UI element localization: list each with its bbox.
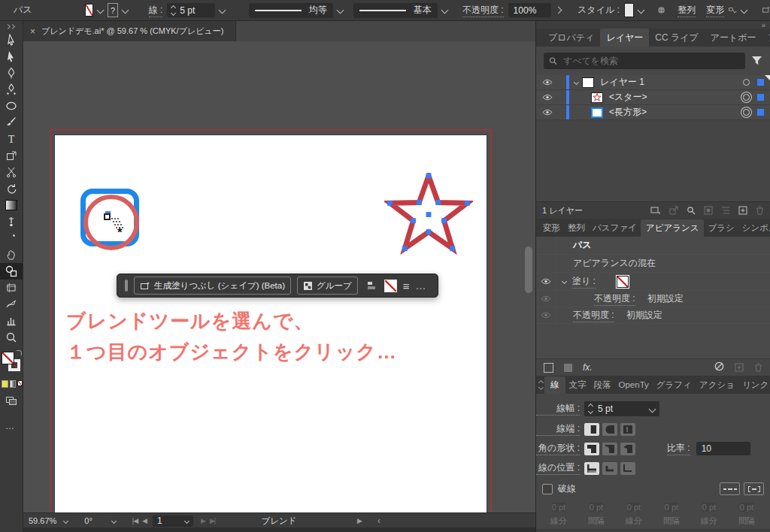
tab-actions[interactable]: アクショ: [696, 376, 738, 394]
tab-artboards[interactable]: アートボー: [705, 29, 762, 47]
expand-chevron-icon[interactable]: [574, 80, 579, 85]
transform-label[interactable]: 変形: [706, 4, 724, 17]
object-thumbnail[interactable]: [591, 92, 603, 103]
butt-cap-button[interactable]: [584, 423, 599, 436]
stepper-down-icon[interactable]: [171, 10, 176, 15]
appearance-row-opacity[interactable]: 不透明度 : 初期設定: [536, 307, 770, 324]
stroke-weight-input[interactable]: 5 pt: [167, 3, 214, 17]
tab-character[interactable]: 文字: [565, 376, 590, 394]
stroke-color-swatch[interactable]: ?: [108, 3, 117, 17]
align-label[interactable]: 整列: [678, 4, 696, 17]
miter-limit-label[interactable]: 比率 :: [667, 442, 690, 455]
tab-appearance[interactable]: アピアランス: [641, 219, 705, 237]
opacity-row-label[interactable]: 不透明度 :: [573, 309, 614, 322]
cap-label[interactable]: 線端 :: [536, 422, 580, 436]
fill-indicator-swatch[interactable]: [2, 352, 14, 364]
target-circle-icon[interactable]: [743, 79, 750, 86]
hand-tool[interactable]: [0, 246, 23, 263]
gradient-button[interactable]: [10, 380, 17, 388]
canvas-vertical-scrollbar[interactable]: [525, 246, 532, 293]
align-stroke-label[interactable]: 線の位置 :: [536, 461, 580, 475]
tab-symbols[interactable]: シンボル: [738, 219, 770, 237]
gap-field[interactable]: 0 pt間隔: [655, 500, 688, 527]
visibility-eye-icon[interactable]: [542, 109, 553, 116]
select-similar-icon[interactable]: [729, 5, 737, 16]
stroke-width-chevron-down-icon[interactable]: [649, 405, 656, 413]
search-input[interactable]: [562, 55, 740, 67]
opacity-input[interactable]: 100%: [508, 3, 551, 17]
layer-name[interactable]: レイヤー 1: [600, 76, 644, 89]
dash-field[interactable]: 0 pt線分: [542, 500, 575, 527]
dash-field[interactable]: 0 pt線分: [693, 500, 726, 527]
add-effect-icon[interactable]: fx.: [583, 362, 593, 373]
stepper-down-icon[interactable]: [588, 409, 593, 414]
selected-art-indicator[interactable]: [757, 79, 764, 86]
stroke-weight-label[interactable]: 線 :: [149, 4, 163, 17]
appearance-row-fill[interactable]: 塗り :: [536, 273, 770, 291]
align-inside-button[interactable]: [602, 462, 617, 475]
panel-cycle-icon[interactable]: [539, 381, 543, 389]
task-bar-drag-handle[interactable]: [125, 280, 128, 292]
width-tool[interactable]: [0, 213, 23, 230]
layer-thumbnail[interactable]: [582, 77, 594, 88]
more-tools-icon[interactable]: …: [0, 421, 23, 431]
stroke-weight-chevron-down-icon[interactable]: [218, 7, 226, 14]
duplicate-item-icon[interactable]: [735, 363, 744, 372]
gap-field[interactable]: 0 pt間隔: [580, 500, 613, 527]
projecting-cap-button[interactable]: [620, 423, 635, 436]
bevel-join-button[interactable]: [620, 443, 635, 455]
delete-item-icon[interactable]: [754, 363, 762, 372]
target-circle-icon[interactable]: [743, 94, 750, 101]
opacity-row-value[interactable]: 初期設定: [647, 292, 684, 305]
brush-chevron-down-icon[interactable]: [441, 7, 448, 14]
dashed-line-checkbox[interactable]: [542, 484, 553, 494]
close-tab-icon[interactable]: ×: [30, 26, 35, 37]
fill-color-chevron-down-icon[interactable]: [97, 7, 105, 14]
swap-fill-stroke-icon[interactable]: [17, 350, 22, 355]
tab-cc-libraries[interactable]: CC ライブ: [649, 29, 705, 47]
align-outside-button[interactable]: [620, 462, 635, 475]
dashed-line-label[interactable]: 破線: [558, 482, 576, 495]
brush-definition-select[interactable]: 基本: [353, 3, 438, 18]
zoom-tool[interactable]: [0, 329, 23, 346]
object-name[interactable]: <長方形>: [609, 106, 647, 119]
color-button[interactable]: [2, 380, 8, 388]
selected-art-indicator[interactable]: [757, 94, 764, 101]
tab-transform[interactable]: 変形: [539, 219, 564, 237]
fill-row-label[interactable]: 塗り :: [572, 275, 596, 289]
type-tool[interactable]: T: [0, 131, 23, 147]
width-profile-select[interactable]: 均等: [249, 3, 333, 18]
draw-mode-button[interactable]: [0, 392, 23, 409]
style-chevron-down-icon[interactable]: [638, 7, 645, 14]
canvas[interactable]: * 生成塗りつぶし (シェイプ) (Beta) グループ ≡ … ブレンドツール…: [23, 41, 535, 512]
graph-tool[interactable]: [0, 313, 23, 329]
toolbar-collapse-icon[interactable]: [0, 21, 23, 32]
layer-row[interactable]: <長方形>: [536, 105, 770, 120]
miter-limit-input[interactable]: 10: [696, 442, 750, 455]
more-options-icon[interactable]: …: [416, 280, 427, 292]
publish-globe-icon[interactable]: [657, 4, 665, 17]
opacity-label[interactable]: 不透明度 :: [462, 4, 504, 17]
new-layer-icon[interactable]: [738, 206, 747, 215]
arrange-icon[interactable]: [367, 280, 378, 291]
stroke-width-input[interactable]: 5 pt: [584, 401, 659, 416]
align-center-button[interactable]: [584, 462, 599, 475]
search-box[interactable]: [544, 53, 745, 69]
scissors-tool[interactable]: [0, 164, 23, 180]
stroke-width-label[interactable]: 線幅 :: [536, 402, 580, 416]
tab-links[interactable]: リンク: [738, 376, 770, 394]
miter-join-button[interactable]: [584, 443, 599, 455]
star-shape[interactable]: [384, 173, 473, 260]
status-play-icon[interactable]: ▶: [357, 517, 362, 524]
round-join-button[interactable]: [602, 443, 617, 455]
expand-chevron-icon[interactable]: [562, 279, 567, 284]
visibility-eye-icon[interactable]: [541, 295, 551, 302]
free-transform-tool[interactable]: [0, 147, 23, 164]
style-swatch[interactable]: [624, 3, 634, 17]
dash-field[interactable]: 0 pt線分: [617, 500, 650, 527]
layer-row[interactable]: レイヤー 1: [536, 75, 770, 90]
pen-tool[interactable]: [0, 65, 23, 81]
curvature-tool[interactable]: [0, 81, 23, 98]
opacity-expand-icon[interactable]: [555, 7, 562, 14]
dock-collapse-icon[interactable]: »: [536, 21, 770, 29]
